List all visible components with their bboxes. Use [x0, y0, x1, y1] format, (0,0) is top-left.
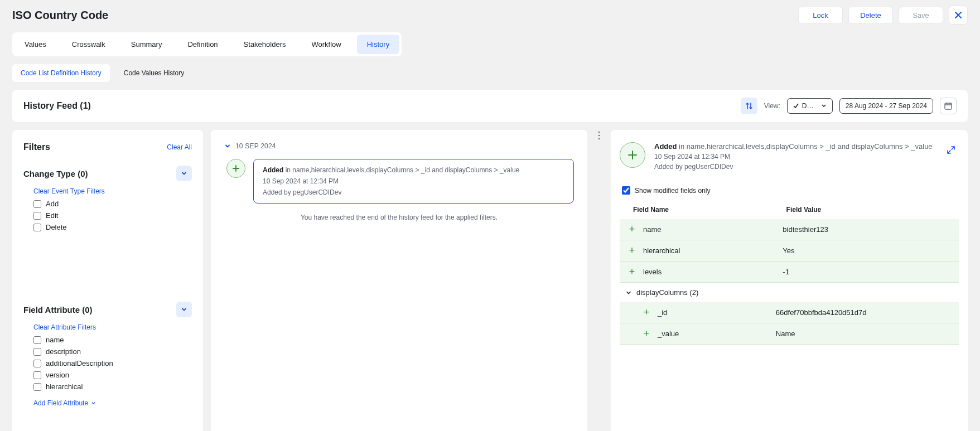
field-value: 66dfef70bbfbda4120d51d7d: [776, 308, 952, 317]
tab-summary[interactable]: Summary: [121, 35, 172, 54]
col-field-value: Field Value: [786, 206, 952, 214]
field-attribute-toggle[interactable]: [176, 302, 192, 317]
filter-hierarchical-checkbox[interactable]: [33, 383, 41, 391]
check-icon: [793, 103, 799, 109]
panel-resize-handle[interactable]: [595, 130, 603, 141]
added-icon: [226, 159, 245, 178]
filter-edit-checkbox[interactable]: [33, 212, 41, 220]
subtab-code-values-history[interactable]: Code Values History: [115, 64, 193, 82]
feed-entry-timestamp: 10 Sep 2024 at 12:34 PM: [263, 177, 564, 185]
feed-entry-row: Added in name,hierarchical,levels,displa…: [226, 159, 574, 204]
field-name: hierarchical: [643, 246, 783, 255]
filter-version-option[interactable]: version: [33, 371, 192, 379]
filters-panel: Filters Clear All Change Type (0) Clear …: [12, 130, 203, 431]
field-name: levels: [643, 268, 783, 276]
view-select[interactable]: D…: [787, 98, 833, 114]
filter-version-label: version: [46, 371, 69, 379]
detail-table: Field Name Field Value + name bidtesthie…: [620, 200, 959, 345]
feed-entry-byline: Added by pegUserCDIDev: [263, 188, 564, 196]
filter-delete-option[interactable]: Delete: [33, 223, 192, 231]
svg-point-1: [598, 132, 600, 133]
expand-icon: [947, 146, 955, 154]
sort-button[interactable]: [741, 98, 757, 114]
calendar-icon: [944, 101, 953, 110]
tab-definition[interactable]: Definition: [177, 35, 228, 54]
filter-add-label: Add: [46, 200, 59, 208]
save-button: Save: [899, 7, 943, 24]
expand-button[interactable]: [943, 142, 959, 158]
show-modified-only-checkbox[interactable]: [622, 186, 630, 195]
change-type-title: Change Type (0): [23, 169, 88, 178]
filter-edit-label: Edit: [46, 211, 58, 220]
svg-point-3: [598, 138, 600, 140]
history-feed-title: History Feed (1): [23, 101, 91, 111]
plus-icon: +: [626, 266, 638, 278]
filter-name-label: name: [46, 336, 64, 344]
detail-row: + hierarchical Yes: [620, 240, 959, 261]
calendar-button[interactable]: [940, 98, 957, 114]
show-modified-only-label: Show modified fields only: [635, 187, 710, 195]
plus-icon: +: [626, 245, 638, 256]
plus-icon: +: [641, 307, 652, 318]
filter-name-checkbox[interactable]: [33, 336, 41, 344]
filter-add-option[interactable]: Add: [33, 200, 192, 208]
detail-panel: Added in name,hierarchical,levels,displa…: [611, 130, 968, 431]
filter-version-checkbox[interactable]: [33, 371, 41, 379]
detail-timestamp: 10 Sep 2024 at 12:34 PM: [654, 153, 934, 161]
chevron-down-icon: [625, 289, 632, 296]
change-type-toggle[interactable]: [176, 166, 192, 181]
clear-event-type-link[interactable]: Clear Event Type Filters: [33, 187, 105, 195]
detail-row: + levels -1: [620, 261, 959, 283]
tab-workflow[interactable]: Workflow: [301, 35, 351, 54]
chevron-down-icon[interactable]: [224, 143, 231, 149]
filters-title: Filters: [23, 142, 50, 152]
add-field-attribute-link[interactable]: Add Field Attribute: [33, 399, 96, 407]
date-range-picker[interactable]: 28 Aug 2024 - 27 Sep 2024: [839, 98, 933, 114]
show-modified-only-option[interactable]: Show modified fields only: [622, 186, 957, 195]
tab-crosswalk[interactable]: Crosswalk: [62, 35, 115, 54]
chevron-down-icon: [91, 401, 96, 406]
filter-hierarchical-label: hierarchical: [46, 382, 83, 391]
lock-button[interactable]: Lock: [798, 7, 843, 24]
tab-stakeholders[interactable]: Stakeholders: [234, 35, 296, 54]
filter-additionaldescription-checkbox[interactable]: [33, 360, 41, 367]
filter-add-checkbox[interactable]: [33, 200, 41, 208]
chevron-down-icon: [181, 170, 187, 177]
subtab-code-list-definition-history[interactable]: Code List Definition History: [12, 64, 110, 82]
filter-hierarchical-option[interactable]: hierarchical: [33, 382, 192, 391]
history-subtabs: Code List Definition History Code Values…: [12, 64, 968, 82]
clear-attribute-link[interactable]: Clear Attribute Filters: [33, 323, 96, 331]
svg-rect-0: [945, 103, 952, 109]
close-icon: [954, 11, 962, 19]
detail-byline: Added by pegUserCDIDev: [654, 163, 934, 171]
delete-button[interactable]: Delete: [848, 7, 893, 24]
page-title: ISO Country Code: [12, 9, 108, 22]
field-name: _id: [658, 308, 776, 317]
filter-description-option[interactable]: description: [33, 347, 192, 356]
plus-icon: [626, 149, 639, 161]
date-range-text: 28 Aug 2024 - 27 Sep 2024: [846, 102, 927, 110]
tab-history[interactable]: History: [357, 35, 399, 54]
filter-delete-checkbox[interactable]: [33, 224, 41, 231]
view-label: View:: [764, 102, 780, 110]
feed-end-message: You have reached the end of the history …: [224, 214, 574, 221]
detail-row: + _value Name: [620, 323, 959, 345]
filter-edit-option[interactable]: Edit: [33, 211, 192, 220]
filter-additionaldescription-label: additionalDescription: [46, 359, 113, 367]
chevron-down-icon: [181, 306, 187, 313]
field-value: -1: [783, 268, 952, 276]
detail-group-row[interactable]: displayColumns (2): [620, 283, 959, 302]
filter-delete-label: Delete: [46, 223, 67, 231]
field-value: Name: [776, 330, 952, 338]
group-label: displayColumns (2): [636, 288, 698, 297]
tab-values[interactable]: Values: [15, 35, 56, 54]
filter-description-checkbox[interactable]: [33, 348, 41, 356]
plus-icon: [231, 164, 240, 173]
feed-entry-card[interactable]: Added in name,hierarchical,levels,displa…: [253, 159, 574, 204]
filter-name-option[interactable]: name: [33, 336, 192, 344]
close-button[interactable]: [949, 6, 968, 25]
field-name: _value: [658, 330, 776, 338]
clear-all-link[interactable]: Clear All: [167, 143, 192, 151]
filter-additionaldescription-option[interactable]: additionalDescription: [33, 359, 192, 367]
field-attribute-title: Field Attribute (0): [23, 305, 93, 314]
